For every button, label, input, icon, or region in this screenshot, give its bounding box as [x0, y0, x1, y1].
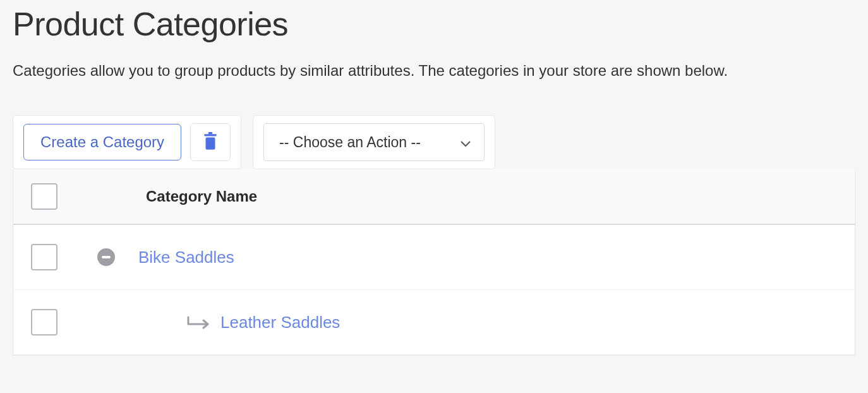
create-button-group: Create a Category	[13, 115, 241, 169]
table-header-row: Category Name	[13, 169, 855, 225]
page-subtitle: Categories allow you to group products b…	[13, 62, 855, 80]
table-row: Leather Saddles	[13, 290, 855, 355]
action-select-label: -- Choose an Action --	[279, 134, 421, 151]
svg-rect-0	[204, 134, 216, 136]
create-category-button[interactable]: Create a Category	[23, 124, 181, 160]
table-row: Bike Saddles	[13, 225, 855, 290]
delete-button[interactable]	[190, 123, 231, 161]
chevron-down-icon	[460, 134, 471, 151]
categories-table: Category Name Bike Saddles Leather Saddl…	[13, 169, 855, 356]
action-select-group: -- Choose an Action --	[253, 115, 495, 169]
column-header-name: Category Name	[146, 188, 257, 205]
svg-rect-1	[208, 132, 212, 134]
row-checkbox[interactable]	[31, 309, 57, 336]
child-arrow-icon	[186, 315, 212, 329]
collapse-icon[interactable]	[97, 248, 116, 267]
page-title: Product Categories	[13, 5, 855, 43]
trash-icon	[202, 132, 219, 153]
svg-rect-2	[206, 137, 215, 149]
row-checkbox[interactable]	[31, 244, 57, 270]
svg-rect-4	[102, 256, 111, 258]
action-select[interactable]: -- Choose an Action --	[263, 123, 485, 161]
category-link[interactable]: Leather Saddles	[220, 313, 340, 332]
select-all-checkbox[interactable]	[31, 183, 57, 210]
category-link[interactable]: Bike Saddles	[138, 248, 234, 267]
